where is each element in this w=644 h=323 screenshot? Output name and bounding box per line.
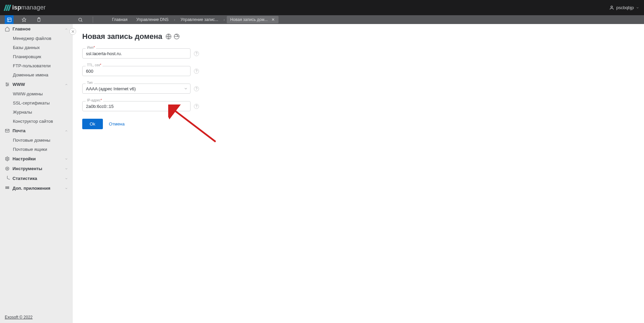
sidebar-item[interactable]: SSL-сертификаты [0,98,73,108]
help-icon[interactable]: ? [194,51,199,56]
help-icon[interactable]: ? [194,104,199,109]
main-content: Новая запись домена Имя* ? TTL, сек* ? [73,24,644,323]
logo-text: ispmanager [12,4,46,11]
page-title: Новая запись домена [82,32,162,41]
sidebar-group-настройки[interactable]: Настройки [0,154,73,164]
svg-point-21 [8,187,9,188]
svg-point-14 [6,85,7,86]
sidebar-item[interactable]: Менеджер файлов [0,34,73,43]
sidebar-item[interactable]: Журналы [0,108,73,117]
svg-point-22 [6,188,7,189]
svg-point-7 [79,18,82,21]
clipboard-button[interactable] [35,15,43,24]
breadcrumb-separator: › [174,18,175,22]
svg-point-12 [6,83,7,84]
svg-point-23 [7,188,8,189]
sidebar-group-инструменты[interactable]: Инструменты [0,164,73,174]
breadcrumb-item[interactable]: Управление запис... [177,16,221,23]
svg-line-8 [81,21,82,22]
favorites-button[interactable] [20,15,28,24]
clipboard-icon [37,17,41,22]
globe-icon[interactable] [165,33,172,40]
username-label: pscbqbjp [616,5,634,10]
user-menu[interactable]: pscbqbjp [609,5,639,10]
svg-point-17 [6,167,9,170]
sidebar-group-label: Настройки [13,156,36,161]
sidebar-item[interactable]: Почтовые домены [0,136,73,145]
field-name: Имя* ? [82,48,199,59]
help-icon[interactable]: ? [194,86,199,91]
ok-button[interactable]: Ok [82,119,103,129]
toolbar-separator [93,17,93,23]
logo-bars-icon [5,5,10,11]
svg-rect-1 [7,18,11,21]
sidebar-group-www[interactable]: WWW [0,79,73,89]
sidebar-group-главное[interactable]: Главное [0,24,73,34]
sidebar: ✕ ГлавноеМенеджер файловБазы данныхПлани… [0,24,73,323]
panel-icon [7,17,12,22]
sidebar-group-label: Почта [13,128,25,133]
search-button[interactable] [76,15,85,24]
help-icon[interactable]: ? [194,69,199,74]
field-type-label: Тип [86,81,94,85]
chevron-down-icon [636,6,639,9]
search-icon [78,17,83,22]
panel-toggle-button[interactable] [5,15,14,24]
type-select[interactable] [82,84,191,94]
sidebar-item[interactable]: Доменные имена [0,70,73,79]
field-ttl-label: TTL, сек* [86,63,103,67]
breadcrumb-item[interactable]: Управление DNS [133,16,172,23]
breadcrumb-active-label: Новая запись дом... [230,17,268,22]
sidebar-group-почта[interactable]: Почта [0,126,73,136]
ip-input[interactable] [82,101,191,111]
breadcrumb-separator: › [224,18,225,22]
copyright-link[interactable]: Exosoft © 2022 [0,312,73,323]
app-logo[interactable]: ispmanager [5,4,46,11]
sidebar-group-label: WWW [13,82,25,87]
sidebar-item[interactable]: FTP-пользователи [0,61,73,70]
sidebar-item[interactable]: Конструктор сайтов [0,117,73,126]
ttl-input[interactable] [82,66,191,76]
breadcrumb-item[interactable]: Главная [109,16,131,23]
svg-point-24 [8,188,9,189]
sidebar-group-label: Главное [13,26,30,31]
sidebar-group-label: Инструменты [13,166,42,171]
star-icon [22,17,26,22]
sidebar-group-label: Доп. приложения [13,186,50,191]
sidebar-collapse-button[interactable]: ✕ [69,28,76,35]
cancel-button[interactable]: Отмена [109,121,125,126]
sidebar-item[interactable]: Базы данных [0,43,73,52]
field-name-label: Имя* [86,46,96,49]
svg-point-0 [611,6,613,8]
user-icon [609,5,614,10]
svg-point-16 [7,158,8,160]
app-header: ispmanager pscbqbjp [0,0,644,15]
svg-point-13 [8,84,9,85]
svg-point-18 [7,168,8,169]
sidebar-group-label: Статистика [13,176,37,181]
breadcrumb-item-active[interactable]: Новая запись дом... ✕ [227,16,278,23]
svg-point-19 [6,187,7,188]
field-ip: IP-адрес* ? [82,101,199,111]
globe-refresh-icon[interactable] [174,33,180,40]
sidebar-item[interactable]: WWW-домены [0,89,73,98]
breadcrumbs: Главная Управление DNS › Управление запи… [109,16,279,23]
sidebar-group-доп. приложения[interactable]: Доп. приложения [0,183,73,193]
sidebar-item[interactable]: Почтовые ящики [0,145,73,154]
field-ip-label: IP-адрес* [86,98,103,102]
name-input[interactable] [82,48,191,59]
svg-marker-4 [22,18,26,22]
svg-point-20 [7,187,8,188]
toolbar: Главная Управление DNS › Управление запи… [0,15,644,24]
sidebar-item[interactable]: Планировщик [0,52,73,61]
field-ttl: TTL, сек* ? [82,66,199,76]
close-tab-button[interactable]: ✕ [271,18,275,22]
field-type: Тип ? [82,84,199,94]
sidebar-group-статистика[interactable]: Статистика [0,174,73,183]
